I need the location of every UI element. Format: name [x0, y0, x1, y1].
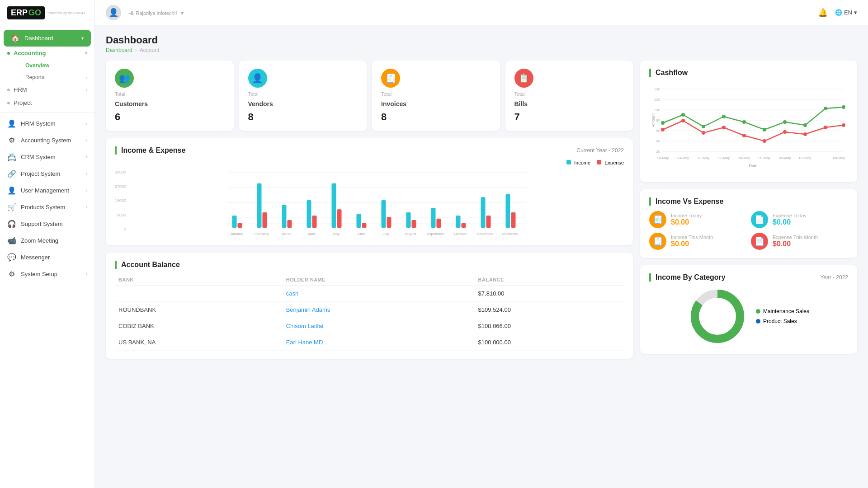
sidebar-item-user-management[interactable]: 👤 User Management › [0, 182, 94, 199]
chart-legend: Income Expense [115, 160, 624, 165]
zoom-icon: 📹 [7, 236, 16, 245]
stat-card-invoices: 🧾 Total Invoices 8 [372, 61, 500, 131]
breadcrumb: Dashboard › Account [106, 47, 857, 53]
product-label: Product Sales [763, 318, 797, 324]
sidebar-item-dashboard[interactable]: 🏠 Dashboard ▾ [4, 30, 91, 47]
svg-text:July: July [382, 232, 389, 236]
vendors-label: Total [248, 91, 358, 97]
income-today-label: Income Today [671, 213, 702, 218]
main-content: 👤 Hi, Rajodiya Infotech!! ▾ 🔔 🌐 EN ▾ Das… [95, 0, 868, 488]
income-month-icon: 🧾 [649, 233, 666, 250]
svg-text:November: November [477, 232, 494, 236]
invoices-name: Invoices [381, 100, 491, 108]
stat-card-customers: 👥 Total Customers 6 [106, 61, 234, 131]
language-selector[interactable]: 🌐 EN ▾ [835, 9, 857, 16]
legend-maintenance: Maintenance Sales [756, 308, 809, 314]
sidebar-logo: ERPGO Powered By WORKGO [0, 0, 94, 26]
products-label: Products System [21, 204, 81, 211]
svg-text:07-May: 07-May [799, 156, 811, 160]
svg-point-67 [681, 119, 685, 122]
svg-point-65 [842, 105, 845, 109]
chevron-right-icon: › [86, 205, 87, 210]
svg-text:10-May: 10-May [738, 156, 750, 160]
expense-today-label: Expense Today [773, 213, 807, 218]
sidebar-item-accounting-system[interactable]: ⚙ Accounting System › [0, 132, 94, 149]
income-expense-header: Income & Expense Current Year - 2022 [115, 146, 624, 155]
svg-text:08-May: 08-May [779, 156, 791, 160]
svg-rect-30 [437, 219, 441, 228]
holder-name[interactable]: Earl Hane MD [283, 334, 475, 351]
svg-text:June: June [357, 232, 365, 236]
expense-today-item: 📄 Expense Today $0.00 [751, 211, 848, 228]
bar-chart: JanuaryFebruaryMarchAprilMayJuneJulyAugu… [129, 168, 624, 237]
sidebar-item-hrm[interactable]: HRM › [0, 83, 94, 96]
sidebar-item-accounting[interactable]: Accounting ▾ [0, 47, 94, 60]
vendors-name: Vendors [248, 100, 358, 108]
expense-today-value: $0.00 [773, 218, 807, 226]
chevron-right-icon: › [86, 138, 87, 143]
sidebar-item-support-system[interactable]: 🎧 Support System [0, 216, 94, 232]
holder-name[interactable]: Benjamin Adams [283, 302, 475, 318]
income-today-item: 🧾 Income Today $0.00 [649, 211, 746, 228]
svg-text:140: 140 [654, 87, 660, 91]
ive-grid: 🧾 Income Today $0.00 📄 Expense Today $0.… [649, 211, 848, 250]
topbar: 👤 Hi, Rajodiya Infotech!! ▾ 🔔 🌐 EN ▾ [95, 0, 868, 25]
svg-point-66 [661, 128, 665, 131]
sidebar-item-project[interactable]: Project [0, 96, 94, 109]
svg-rect-18 [337, 209, 342, 228]
y-axis-labels: 36000270001800090000 [115, 168, 129, 231]
balance-table: BANK HOLDER NAME BALANCE cash $7,810.00 [115, 274, 624, 351]
svg-text:May: May [333, 232, 340, 236]
accounting-label: Accounting [14, 50, 81, 56]
left-column: 👥 Total Customers 6 👤 Total Vendors 8 [106, 61, 633, 359]
sidebar-item-products-system[interactable]: 🛒 Products System › [0, 199, 94, 216]
income-expense-title: Income & Expense [115, 146, 185, 155]
zoom-label: Zoom Meeting [21, 237, 87, 244]
sidebar-item-messenger[interactable]: 💬 Messenger [0, 249, 94, 266]
svg-rect-9 [263, 212, 267, 228]
svg-rect-12 [288, 220, 292, 228]
expense-dot [597, 160, 601, 164]
page-header: Dashboard Dashboard › Account [106, 34, 857, 53]
sidebar-item-overview[interactable]: Overview [0, 60, 94, 71]
income-today-value: $0.00 [671, 218, 702, 226]
messenger-label: Messenger [21, 254, 87, 261]
customers-value: 6 [115, 111, 225, 123]
svg-text:August: August [405, 232, 417, 236]
sidebar-item-system-setup[interactable]: ⚙ System Setup › [0, 266, 94, 282]
holder-name: cash [283, 286, 475, 302]
svg-text:06-May: 06-May [833, 156, 845, 160]
svg-point-89 [700, 299, 735, 333]
svg-point-59 [722, 115, 726, 118]
svg-rect-29 [431, 208, 436, 228]
income-expense-subtitle: Current Year - 2022 [576, 147, 624, 154]
accounting-system-icon: ⚙ [7, 136, 16, 145]
sidebar-item-hrm-system[interactable]: 👤 HRM System › [0, 115, 94, 132]
svg-point-70 [742, 134, 746, 137]
invoices-label: Total [381, 91, 491, 97]
income-dot [566, 160, 571, 164]
chevron-down-icon: ▾ [85, 51, 87, 56]
bar-chart-container: 36000270001800090000 JanuaryFebruaryMarc… [115, 168, 624, 237]
svg-point-56 [661, 121, 665, 125]
sidebar-item-reports[interactable]: Reports › [0, 71, 94, 83]
maintenance-label: Maintenance Sales [763, 308, 809, 314]
holder-name[interactable]: Chisom Latifat [283, 318, 475, 334]
sidebar-item-zoom-meeting[interactable]: 📹 Zoom Meeting [0, 232, 94, 249]
sidebar: ERPGO Powered By WORKGO 🏠 Dashboard ▾ Ac… [0, 0, 95, 488]
balance-amount: $109,524.00 [475, 302, 624, 318]
breadcrumb-root: Dashboard [106, 47, 132, 53]
globe-icon: 🌐 [835, 9, 842, 16]
right-column: Cashflow Amount [640, 61, 857, 359]
notification-icon[interactable]: 🔔 [818, 8, 828, 18]
user-management-label: User Management [21, 187, 81, 194]
sidebar-navigation: 🏠 Dashboard ▾ Accounting ▾ Overview Repo… [0, 26, 94, 488]
svg-rect-8 [257, 183, 262, 228]
accounting-system-label: Accounting System [21, 137, 81, 144]
sidebar-item-project-system[interactable]: 🔗 Project System › [0, 165, 94, 182]
chevron-right-icon: › [86, 171, 87, 176]
stat-card-vendors: 👤 Total Vendors 8 [239, 61, 367, 131]
svg-text:January: January [230, 232, 243, 236]
bills-name: Bills [514, 100, 624, 108]
sidebar-item-crm-system[interactable]: 📇 CRM System › [0, 149, 94, 165]
